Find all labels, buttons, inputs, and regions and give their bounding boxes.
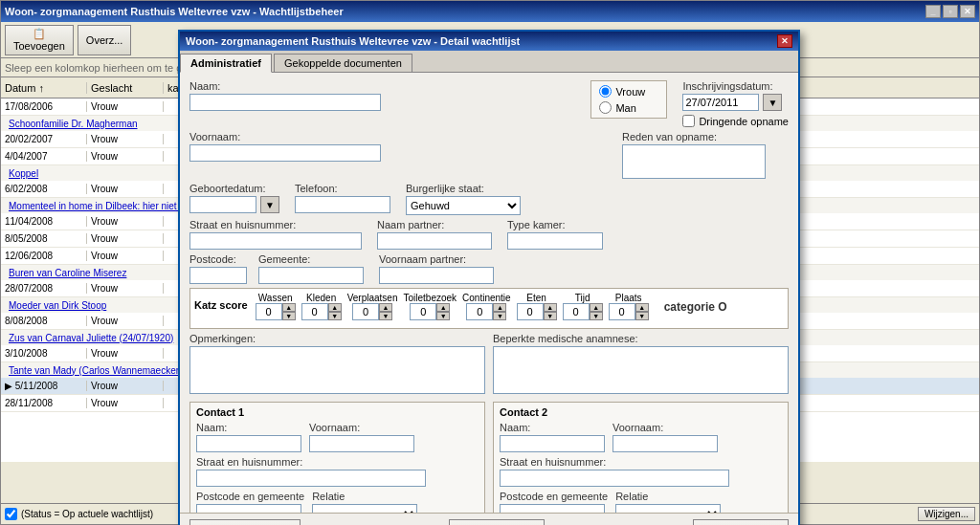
voornaam-partner-input[interactable] <box>379 267 494 284</box>
contact1-section: Contact 1 Naam: Voornaam: <box>189 402 485 513</box>
katz-tijd-down[interactable]: ▼ <box>590 312 603 320</box>
katz-verplaatsen-label: Verplaatsen <box>347 293 398 303</box>
voornaam-label: Voornaam: <box>189 131 523 142</box>
beperkte-med-textarea[interactable] <box>493 346 789 394</box>
katz-eten-up[interactable]: ▲ <box>544 303 557 312</box>
katz-wassen-down[interactable]: ▼ <box>282 312 296 320</box>
katz-wassen-label: Wassen <box>258 293 293 303</box>
katz-verplaatsen-up[interactable]: ▲ <box>379 303 392 312</box>
katz-plaats: Plaats ▲ ▼ <box>609 293 649 320</box>
contact1-voornaam-group: Voornaam: <box>309 422 414 452</box>
modal-close-button[interactable]: ✕ <box>777 34 792 48</box>
contact2-voornaam-input[interactable] <box>612 435 718 452</box>
categorie-label: categorie O <box>664 300 727 314</box>
radio-man-input[interactable] <box>599 101 612 114</box>
postcode-input[interactable] <box>189 267 247 284</box>
katz-continentie-up[interactable]: ▲ <box>493 303 506 312</box>
tab-gekoppelde-documenten[interactable]: Gekoppelde documenten <box>274 54 412 73</box>
modal-title: Woon- zorgmanagement Rusthuis Weltevree … <box>186 35 520 47</box>
katz-kleden-up[interactable]: ▲ <box>328 303 342 312</box>
straat-label: Straat en huisnummer: <box>189 219 362 230</box>
katz-toiletbezoek-down[interactable]: ▼ <box>436 312 450 320</box>
contact1-postcode-input[interactable] <box>196 504 301 513</box>
radio-man[interactable]: Man <box>599 101 658 114</box>
katz-eten-label: Eten <box>526 293 546 303</box>
katz-eten: Eten ▲ ▼ <box>517 293 557 320</box>
type-kamer-label: Type kamer: <box>507 219 603 230</box>
modal-dialog: Woon- zorgmanagement Rusthuis Weltevree … <box>178 30 800 525</box>
contact1-straat-label: Straat en huisnummer: <box>196 456 479 468</box>
inschrijvingsdatum-input[interactable] <box>682 94 759 111</box>
katz-continentie-input[interactable] <box>466 303 493 320</box>
eid-button[interactable]: 💳 eID kaart lezen <box>189 519 301 525</box>
contact1-postcode-group: Postcode en gemeente <box>196 491 304 513</box>
gemeente-label: Gemeente: <box>258 253 364 265</box>
reden-opname-group: Reden van opname: <box>622 131 789 179</box>
reden-opname-textarea[interactable] <box>622 144 766 179</box>
katz-row: Katz score Wassen ▲ ▼ <box>194 293 784 320</box>
form-row-postcode: Postcode: Gemeente: Voornaam partner: <box>189 253 789 284</box>
katz-tijd-input[interactable] <box>563 303 590 320</box>
tab-administratief[interactable]: Administratief <box>180 54 272 73</box>
katz-toiletbezoek-input[interactable] <box>410 303 436 320</box>
geboortedatum-picker-btn[interactable]: ▼ <box>260 196 279 213</box>
katz-continentie-down[interactable]: ▼ <box>493 312 506 320</box>
contact1-straat-input[interactable] <box>196 470 426 487</box>
katz-verplaatsen-down[interactable]: ▼ <box>379 312 392 320</box>
opmerkingen-textarea[interactable] <box>189 346 485 394</box>
type-kamer-group: Type kamer: <box>507 219 603 250</box>
katz-plaats-input[interactable] <box>609 303 635 320</box>
contact2-section: Contact 2 Naam: Voornaam: <box>493 402 789 513</box>
katz-verplaatsen: Verplaatsen ▲ ▼ <box>347 293 398 320</box>
modal-bottom-buttons: 💳 eID kaart lezen ✔ OK ✖ Annuleer <box>180 513 798 525</box>
katz-kleden: Kleden ▲ ▼ <box>301 293 342 320</box>
modal-tabs: Administratief Gekoppelde documenten <box>180 51 798 73</box>
naam-label: Naam: <box>189 80 583 92</box>
katz-toiletbezoek-up[interactable]: ▲ <box>436 303 450 312</box>
katz-verplaatsen-input[interactable] <box>352 303 379 320</box>
contact1-voornaam-input[interactable] <box>309 435 414 452</box>
katz-plaats-up[interactable]: ▲ <box>635 303 649 312</box>
katz-toiletbezoek-label: Toiletbezoek <box>403 293 457 303</box>
inschrijvingsdatum-picker-btn[interactable]: ▼ <box>763 94 782 111</box>
contact2-relatie-select[interactable]: Dochter Zoon Partner <box>615 504 721 513</box>
type-kamer-input[interactable] <box>507 232 603 250</box>
straat-input[interactable] <box>189 232 362 250</box>
katz-tijd-up[interactable]: ▲ <box>590 303 603 312</box>
contact2-naam-input[interactable] <box>500 435 605 452</box>
katz-eten-down[interactable]: ▼ <box>544 312 557 320</box>
ok-button[interactable]: ✔ OK <box>449 519 545 525</box>
katz-kleden-input[interactable] <box>301 303 328 320</box>
katz-eten-input[interactable] <box>517 303 544 320</box>
beperkte-med-label: Beperkte medische anamnese: <box>493 333 789 344</box>
contact2-relatie-group: Relatie Dochter Zoon Partner <box>615 491 721 513</box>
burgerlijke-staat-select[interactable]: Gehuwd Ongehuwd Weduwe/Weduwnaar Geschei… <box>406 196 521 215</box>
contact2-postcode-input[interactable] <box>500 504 605 513</box>
radio-vrouw-input[interactable] <box>599 85 612 98</box>
katz-wassen-input[interactable] <box>256 303 282 320</box>
katz-verplaatsen-spinner: ▲ ▼ <box>352 303 392 320</box>
katz-kleden-down[interactable]: ▼ <box>328 312 342 320</box>
katz-tijd-spinner: ▲ ▼ <box>563 303 603 320</box>
contact2-postcode-row: Postcode en gemeente Relatie Dochter Zoo… <box>500 491 782 513</box>
contact2-straat-input[interactable] <box>500 470 729 487</box>
katz-wassen-up[interactable]: ▲ <box>282 303 296 312</box>
telefoon-input[interactable] <box>295 196 390 213</box>
naam-partner-input[interactable] <box>377 232 492 250</box>
contact1-relatie-group: Relatie Dochter Zoon Partner <box>312 491 417 513</box>
gemeente-input[interactable] <box>258 267 364 284</box>
radio-vrouw[interactable]: Vrouw <box>599 85 658 98</box>
contact1-relatie-select[interactable]: Dochter Zoon Partner <box>312 504 417 513</box>
contacts-row: Contact 1 Naam: Voornaam: <box>189 402 789 513</box>
contact1-naam-input[interactable] <box>196 435 301 452</box>
katz-plaats-down[interactable]: ▼ <box>635 312 649 320</box>
katz-wassen: Wassen ▲ ▼ <box>256 293 296 320</box>
dringende-opname-checkbox[interactable] <box>682 115 695 127</box>
naam-input[interactable] <box>189 94 381 111</box>
cancel-button[interactable]: ✖ Annuleer <box>693 519 789 525</box>
postcode-group: Postcode: <box>189 253 247 284</box>
voornaam-input[interactable] <box>189 144 381 162</box>
gemeente-group: Gemeente: <box>258 253 364 284</box>
telefoon-label: Telefoon: <box>295 183 390 194</box>
geboortedatum-input[interactable] <box>189 196 256 213</box>
